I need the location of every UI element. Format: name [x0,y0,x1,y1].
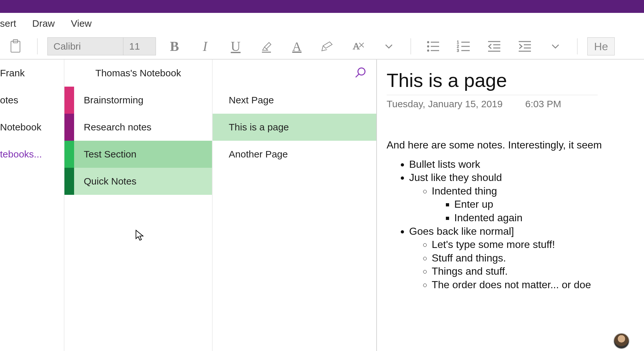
bullet-item: Stuff and things. [432,251,644,265]
bullet-item: The order does not matter... or doe [432,278,644,292]
page-item-next-page[interactable]: Next Page [213,87,376,114]
bullet-item: Bullet lists work [409,158,644,171]
clipboard-icon[interactable] [6,38,24,55]
page-meta: Tuesday, January 15, 2019 6:03 PM [387,99,644,109]
bullet-item: Let's type some more stuff! [432,238,644,251]
italic-button[interactable]: I [196,38,214,55]
svg-point-8 [427,50,429,52]
page-item-another-page[interactable]: Another Page [213,141,376,168]
font-group: Calibri 11 [47,37,156,55]
editor-panel[interactable]: This is a page Tuesday, January 15, 2019… [377,60,644,351]
svg-point-6 [427,45,429,47]
svg-text:2: 2 [457,44,459,49]
toolbar-divider [37,38,38,54]
section-label: Test Section [84,149,212,160]
page-item-this-is-a-page[interactable]: This is a page [213,114,376,141]
section-label: Quick Notes [84,176,212,187]
svg-text:1: 1 [457,40,459,44]
bullet-list-button[interactable] [424,38,442,55]
notebook-item-notebook[interactable]: Notebook [0,114,64,141]
outdent-button[interactable] [485,38,503,55]
section-label: Brainstorming [84,95,212,106]
svg-point-24 [358,68,365,75]
section-color-tab [64,141,74,168]
section-color-tab [64,114,74,141]
bold-button[interactable]: B [166,38,183,55]
note-body[interactable]: And here are some notes. Interestingly, … [387,138,644,292]
bullet-item: Things and stuff. [432,265,644,278]
page-time: 6:03 PM [525,99,561,109]
menu-draw[interactable]: Draw [32,18,55,29]
numbered-list-button[interactable]: 1 2 3 [455,38,472,55]
indent-button[interactable] [516,38,533,55]
title-bar [0,0,644,13]
section-label: Research notes [84,122,212,133]
page-date: Tuesday, January 15, 2019 [387,99,503,109]
section-color-tab [64,168,74,195]
menu-view[interactable]: View [71,18,91,29]
toolbar: Calibri 11 B I U A A 1 2 3 [0,34,644,60]
more-font-button[interactable] [380,38,398,55]
more-paragraph-button[interactable] [546,38,564,55]
highlight-button[interactable] [257,38,275,55]
font-name-select[interactable]: Calibri [48,38,123,55]
bullet-item: Just like they should Indented thing Ent… [409,171,644,224]
notebook-panel: Frank otes Notebook tebooks... [0,60,64,351]
section-panel: Thomas's Notebook Brainstorming Research… [64,60,213,351]
svg-text:3: 3 [457,48,459,53]
toolbar-divider [410,38,411,54]
toolbar-divider [577,38,578,54]
more-notebooks-link[interactable]: tebooks... [0,141,64,168]
section-item-research-notes[interactable]: Research notes [64,114,212,141]
menu-insert[interactable]: sert [0,18,16,29]
bullet-item: Indented again [454,211,644,225]
menu-bar: sert Draw View [0,13,644,34]
svg-line-25 [356,74,359,77]
section-item-brainstorming[interactable]: Brainstorming [64,87,212,114]
clear-format-button[interactable]: A [349,38,367,55]
font-color-button[interactable]: A [288,38,306,55]
bullet-item: Enter up [454,198,644,211]
search-icon[interactable] [354,66,367,80]
section-color-tab [64,87,74,114]
page-panel: Next Page This is a page Another Page [213,60,377,351]
note-paragraph: And here are some notes. Interestingly, … [387,138,644,152]
bullet-item: Indented thing Enter up Indented again [432,185,644,225]
section-item-test-section[interactable]: Test Section [64,141,212,168]
avatar[interactable] [613,333,630,349]
notebook-title: Thomas's Notebook [64,60,212,87]
svg-text:A: A [353,41,360,51]
font-size-select[interactable]: 11 [123,38,156,55]
underline-button[interactable]: U [227,38,245,55]
bullet-item: Goes back like normal] Let's type some m… [409,225,644,292]
heading-style-select[interactable]: He [587,37,615,55]
notebook-item-frank[interactable]: Frank [0,60,64,87]
page-title[interactable]: This is a page [387,69,598,95]
svg-point-4 [427,41,429,43]
notebook-item-notes[interactable]: otes [0,87,64,114]
format-painter-button[interactable] [319,38,336,55]
section-item-quick-notes[interactable]: Quick Notes [64,168,212,195]
